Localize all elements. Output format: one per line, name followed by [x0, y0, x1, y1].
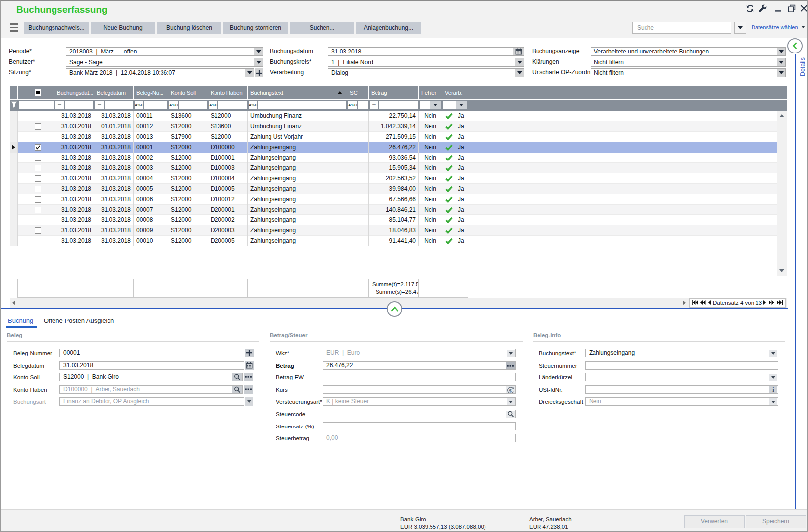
select-records-caret-icon[interactable] [801, 26, 805, 28]
row-checkbox-cell[interactable] [18, 142, 54, 153]
nav-last-button[interactable] [777, 300, 783, 306]
table-row[interactable]: 31.03.201801.01.201800012S12000S13600Umb… [10, 121, 777, 132]
detail-field-2-0[interactable]: Zahlungseingang [585, 349, 778, 357]
column-header-sc[interactable]: SC [347, 86, 369, 99]
filter-axc-icon-sc[interactable]: A%C [348, 101, 357, 109]
dropdown-button[interactable] [769, 398, 777, 406]
nav-fast-back-button[interactable] [700, 300, 706, 306]
filter-funnel-icon[interactable] [11, 101, 17, 110]
search-account-button[interactable] [232, 386, 242, 393]
dropdown-button[interactable] [245, 69, 254, 77]
filter-field-0-0[interactable]: 2018003 | März – offen [66, 47, 263, 56]
detail-field-0-0[interactable]: 00001 [59, 349, 244, 357]
dropdown-button[interactable] [515, 58, 524, 67]
calendar-button[interactable] [245, 361, 254, 370]
row-checkbox-cell[interactable] [18, 184, 54, 194]
row-checkbox-cell[interactable] [18, 121, 54, 132]
filter-axc-icon-kontohaben[interactable]: A%C [209, 101, 217, 109]
dropdown-button[interactable] [254, 58, 263, 67]
table-row[interactable]: 31.03.201831.03.201800006S12000D100012Za… [10, 194, 777, 205]
dropdown-button[interactable] [515, 69, 524, 77]
row-checkbox[interactable] [35, 186, 41, 192]
column-header-belegdatum[interactable]: Belegdatum [94, 86, 134, 99]
table-row[interactable]: 31.03.201831.03.201800013S17900S12000Zah… [10, 132, 777, 142]
toolbar-button-2[interactable]: Neue Buchung [91, 22, 155, 34]
table-row[interactable]: 31.03.201831.03.201800010S12000D200005Za… [10, 236, 777, 246]
filter-axc-icon-buchungstext[interactable]: A%C [249, 101, 257, 109]
filter-equals-icon-betrag[interactable]: = [370, 101, 378, 109]
row-checkbox[interactable] [35, 123, 41, 130]
filter-axc-icon-belegnr[interactable]: A%C [135, 101, 143, 109]
column-header-verarb[interactable]: Verarb. [442, 86, 468, 99]
scroll-right-icon[interactable] [683, 300, 686, 305]
row-checkbox-cell[interactable] [18, 111, 54, 121]
detail-field-1-1[interactable]: 26.476,22 [323, 361, 516, 370]
detail-field-0-1[interactable]: 31.03.2018 [59, 361, 244, 370]
filter-dropdown-verarb[interactable] [443, 101, 467, 109]
detail-field-1-3[interactable]: $ [323, 385, 516, 394]
table-row[interactable]: 31.03.201831.03.201800002S12000D100001Za… [10, 153, 777, 163]
row-checkbox[interactable] [35, 196, 41, 203]
filter-input-kontohaben[interactable] [218, 101, 247, 109]
detail-field-1-5[interactable] [323, 410, 516, 418]
table-row[interactable]: 31.03.201831.03.201800005S12000D100005Za… [10, 184, 777, 194]
filter-input-buchungstext[interactable] [258, 101, 346, 109]
row-checkbox-cell[interactable] [18, 163, 54, 173]
tab-offene-posten[interactable]: Offene Posten Ausgleich [44, 317, 114, 324]
scroll-down-icon[interactable] [779, 269, 784, 272]
nav-next-button[interactable] [763, 300, 766, 306]
detail-field-2-2[interactable] [585, 373, 778, 381]
table-row[interactable]: 31.03.201831.03.201800009S12000D200003Za… [10, 225, 777, 236]
table-row[interactable]: 31.03.201831.03.201800004S12000D100004Za… [10, 173, 777, 184]
dropdown-button[interactable] [507, 350, 515, 357]
select-records-link[interactable]: Datensätze wählen [752, 24, 798, 30]
filter-input-sc[interactable] [358, 101, 368, 109]
row-checkbox[interactable] [35, 134, 41, 140]
column-header-kontosoll[interactable]: Konto Soll [168, 86, 208, 99]
table-row[interactable]: 31.03.201831.03.201800001S12000D100000Za… [10, 142, 777, 153]
collapse-grid-button[interactable] [387, 301, 402, 317]
filter-input-buchungsdatum[interactable] [65, 101, 93, 109]
details-panel-label[interactable]: Details [799, 55, 806, 78]
row-checkbox[interactable] [35, 227, 41, 234]
row-checkbox[interactable] [35, 165, 41, 171]
more-options-button[interactable] [244, 373, 253, 381]
filter-dropdown-fehler[interactable] [420, 101, 441, 109]
more-options-button[interactable] [244, 385, 253, 394]
row-checkbox[interactable] [35, 155, 41, 161]
scroll-up-icon[interactable] [779, 114, 784, 117]
search-account-button[interactable] [232, 373, 242, 381]
row-checkbox-cell[interactable] [18, 236, 54, 246]
filter-input-kontosoll[interactable] [179, 101, 207, 109]
row-checkbox-cell[interactable] [18, 173, 54, 184]
nav-prev-button[interactable] [708, 300, 711, 306]
column-header-fehler[interactable]: Fehler [419, 86, 442, 99]
dropdown-button[interactable] [769, 374, 777, 381]
row-checkbox[interactable] [35, 207, 41, 213]
row-checkbox-cell[interactable] [18, 215, 54, 225]
row-checkbox-cell[interactable] [18, 225, 54, 236]
row-checkbox-checked[interactable] [35, 144, 41, 151]
filter-axc-icon-kontosoll[interactable]: A%C [169, 101, 178, 109]
search-dropdown-button[interactable] [734, 22, 746, 34]
toolbar-button-6[interactable]: Anlagenbuchung... [356, 22, 421, 34]
row-checkbox[interactable] [35, 238, 41, 244]
filter-field-1-0[interactable]: 31.03.2018 [328, 47, 524, 56]
detail-field-0-4[interactable]: Finanz an Debitor, OP Ausgleich [59, 397, 244, 406]
detail-field-1-0[interactable]: EUR | Euro [323, 349, 516, 357]
tab-buchung[interactable]: Buchung [8, 317, 33, 324]
restore-icon[interactable] [788, 4, 796, 13]
row-checkbox-cell[interactable] [18, 194, 54, 205]
toolbar-button-4[interactable]: Buchung stornieren [223, 22, 288, 34]
dropdown-button[interactable] [777, 48, 785, 56]
nav-fast-forward-button[interactable] [769, 300, 774, 306]
row-checkbox[interactable] [35, 113, 41, 119]
more-options-button[interactable] [506, 362, 515, 370]
search-input[interactable] [632, 22, 731, 34]
minimize-icon[interactable] [775, 4, 781, 13]
filter-input-belegdatum[interactable] [105, 101, 133, 109]
detail-field-1-2[interactable] [323, 373, 516, 381]
dropdown-button[interactable] [254, 48, 263, 56]
filter-input-belegnr[interactable] [144, 101, 167, 109]
dropdown-button[interactable] [245, 397, 253, 406]
